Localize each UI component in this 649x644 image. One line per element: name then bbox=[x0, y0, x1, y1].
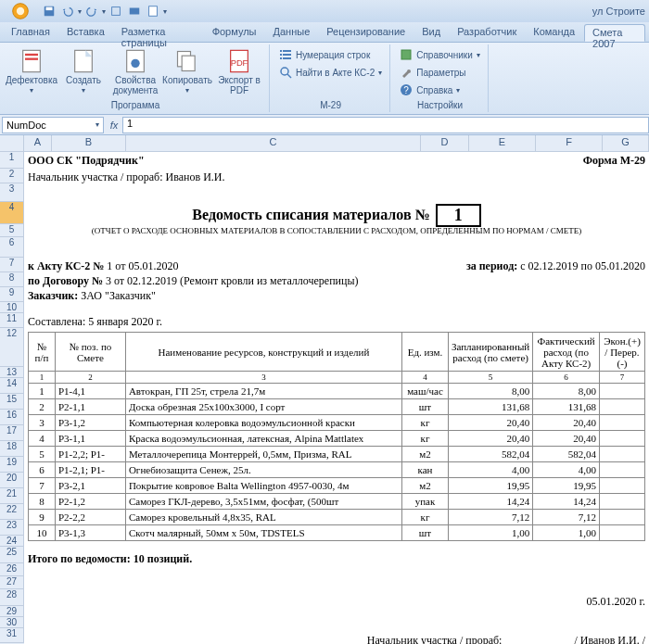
row-header[interactable]: 11 bbox=[0, 313, 24, 328]
docprops-button[interactable]: Свойства документа bbox=[111, 46, 159, 97]
row-header[interactable]: 10 bbox=[0, 302, 24, 313]
undo-icon[interactable] bbox=[59, 3, 76, 19]
tab-smeta[interactable]: Смета 2007 bbox=[584, 24, 645, 42]
row-header[interactable]: 12 bbox=[0, 328, 24, 367]
row-header[interactable]: 18 bbox=[0, 441, 24, 457]
col-header[interactable]: F bbox=[536, 135, 603, 151]
tab-insert[interactable]: Вставка bbox=[59, 24, 112, 42]
row-header[interactable]: 2 bbox=[0, 169, 24, 183]
select-all-corner[interactable] bbox=[0, 135, 24, 152]
svg-rect-5 bbox=[130, 8, 140, 15]
row-header[interactable]: 5 bbox=[0, 224, 24, 237]
form-label: Форма М-29 bbox=[583, 154, 645, 170]
table-row[interactable]: 10Р3-1,3Скотч малярный, 50мм х 50м, TDST… bbox=[29, 525, 645, 541]
row-header[interactable]: 8 bbox=[0, 272, 24, 287]
col-header[interactable]: B bbox=[52, 135, 126, 151]
fx-button[interactable]: fx bbox=[106, 117, 122, 133]
col-header[interactable]: G bbox=[603, 135, 649, 151]
col-header[interactable]: E bbox=[469, 135, 536, 151]
row-header[interactable]: 15 bbox=[0, 394, 24, 410]
qat-icon-4[interactable] bbox=[108, 3, 124, 19]
row-header[interactable]: 25 bbox=[0, 547, 24, 563]
col-header[interactable]: C bbox=[126, 135, 421, 151]
row-header[interactable]: 24 bbox=[0, 536, 24, 547]
row-header[interactable]: 30 bbox=[0, 617, 24, 628]
table-row[interactable]: 7Р3-2,1Покрытие ковровое Balta Wellingto… bbox=[29, 478, 645, 494]
doc-number[interactable]: 1 bbox=[436, 204, 481, 227]
table-row[interactable]: 2Р2-1,1Доска обрезная 25х100х3000, I сор… bbox=[29, 399, 645, 415]
materials-table: № п/п№ поз. по СметеНаименование ресурсо… bbox=[28, 332, 645, 541]
col-header[interactable]: D bbox=[421, 135, 469, 151]
table-row[interactable]: 1Р1-4,1Автокран, ГП 25т, стрела 21,7ммаш… bbox=[29, 384, 645, 399]
row-header[interactable]: 29 bbox=[0, 606, 24, 617]
table-row[interactable]: 8Р2-1,2Саморез ГКЛ-дерево, 3,5х51мм, фос… bbox=[29, 494, 645, 510]
document-area[interactable]: ООО СК "Подрядчик" Форма М-29 Начальник … bbox=[24, 152, 649, 644]
row-header[interactable]: 1 bbox=[0, 152, 24, 169]
tab-review[interactable]: Рецензирование bbox=[319, 24, 413, 42]
row-header[interactable]: 31 bbox=[0, 628, 24, 643]
table-row[interactable]: 9Р2-2,2Саморез кровельный 4,8х35, RALкг7… bbox=[29, 510, 645, 525]
svg-rect-6 bbox=[149, 6, 158, 17]
svg-rect-17 bbox=[280, 50, 282, 52]
row-header[interactable]: 26 bbox=[0, 563, 24, 576]
tab-view[interactable]: Вид bbox=[414, 24, 448, 42]
col-header[interactable]: A bbox=[24, 135, 52, 151]
qat-icon-5[interactable] bbox=[126, 3, 143, 19]
table-row[interactable]: 6Р1-2,1; Р1-Огнебиозащита Сенеж, 25л.кан… bbox=[29, 462, 645, 478]
row-header[interactable]: 13 bbox=[0, 367, 24, 378]
row-header[interactable]: 14 bbox=[0, 378, 24, 394]
svg-rect-25 bbox=[401, 50, 411, 59]
exportpdf-button[interactable]: PDFЭкспорт в PDF bbox=[215, 46, 263, 97]
copy-button[interactable]: Копировать▾ bbox=[163, 46, 211, 96]
row-header[interactable]: 23 bbox=[0, 520, 24, 536]
ribbon-group-settings: Справочники ▾ Параметры ?Справка ▾ Настр… bbox=[392, 44, 489, 112]
svg-point-23 bbox=[281, 68, 288, 75]
row-header[interactable]: 6 bbox=[0, 237, 24, 258]
svg-rect-3 bbox=[46, 7, 53, 11]
row-header[interactable]: 20 bbox=[0, 473, 24, 488]
numbering-button[interactable]: Нумерация строк bbox=[277, 46, 384, 63]
row-header[interactable]: 16 bbox=[0, 410, 24, 425]
chevron-down-icon[interactable]: ▾ bbox=[95, 120, 99, 129]
name-box[interactable]: NumDoc▾ bbox=[2, 117, 104, 133]
defects-button[interactable]: Дефектовка▾ bbox=[7, 46, 56, 96]
qat-icon-6[interactable] bbox=[145, 3, 161, 19]
params-button[interactable]: Параметры bbox=[398, 64, 482, 81]
tab-developer[interactable]: Разработчик bbox=[450, 24, 524, 42]
row-header[interactable]: 19 bbox=[0, 457, 24, 473]
redo-icon[interactable] bbox=[83, 3, 100, 19]
row-header[interactable]: 22 bbox=[0, 504, 24, 520]
tab-team[interactable]: Команда bbox=[526, 24, 582, 42]
create-button[interactable]: Создать▾ bbox=[59, 46, 108, 96]
ribbon-group-program: Дефектовка▾ Создать▾ Свойства документа … bbox=[2, 44, 270, 112]
wrench-icon bbox=[400, 66, 413, 79]
tab-pagelayout[interactable]: Разметка страницы bbox=[114, 24, 203, 42]
save-icon[interactable] bbox=[41, 3, 57, 19]
references-button[interactable]: Справочники ▾ bbox=[398, 46, 482, 63]
row-header[interactable]: 21 bbox=[0, 488, 24, 504]
foreman-name: Иванов И.И. bbox=[166, 170, 225, 183]
spreadsheet-grid[interactable]: 1 2 3 4 5 6 7 8 9 10 11 12 13 14 15 16 1… bbox=[0, 152, 649, 644]
tab-data[interactable]: Данные bbox=[266, 24, 318, 42]
column-headers: A B C D E F G bbox=[24, 135, 649, 152]
row-header[interactable]: 28 bbox=[0, 589, 24, 606]
tab-formulas[interactable]: Формулы bbox=[205, 24, 264, 42]
formula-input[interactable]: 1 bbox=[122, 117, 649, 133]
table-row[interactable]: 4Р3-1,1Краска водоэмульсионная, латексна… bbox=[29, 431, 645, 447]
row-header[interactable]: 17 bbox=[0, 425, 24, 441]
table-row[interactable]: 3Р3-1,2Компьютерная колеровка водоэмульс… bbox=[29, 415, 645, 431]
help-button[interactable]: ?Справка ▾ bbox=[398, 82, 482, 98]
window-title: ул Строите bbox=[592, 6, 645, 17]
row-header[interactable]: 9 bbox=[0, 287, 24, 302]
row-header[interactable]: 3 bbox=[0, 183, 24, 202]
find-act-button[interactable]: Найти в Акте КС-2 ▾ bbox=[277, 64, 384, 81]
row-header[interactable]: 7 bbox=[0, 258, 24, 272]
svg-rect-7 bbox=[23, 50, 41, 71]
tab-home[interactable]: Главная bbox=[4, 24, 57, 42]
book-icon bbox=[400, 48, 413, 61]
row-header[interactable]: 27 bbox=[0, 576, 24, 589]
office-button[interactable] bbox=[4, 0, 37, 22]
ribbon-tabs: Главная Вставка Разметка страницы Формул… bbox=[0, 22, 649, 43]
row-header[interactable]: 4 bbox=[0, 202, 24, 224]
table-row[interactable]: 5Р1-2,2; Р1-Металлочерепица Монтеррей, 0… bbox=[29, 447, 645, 462]
